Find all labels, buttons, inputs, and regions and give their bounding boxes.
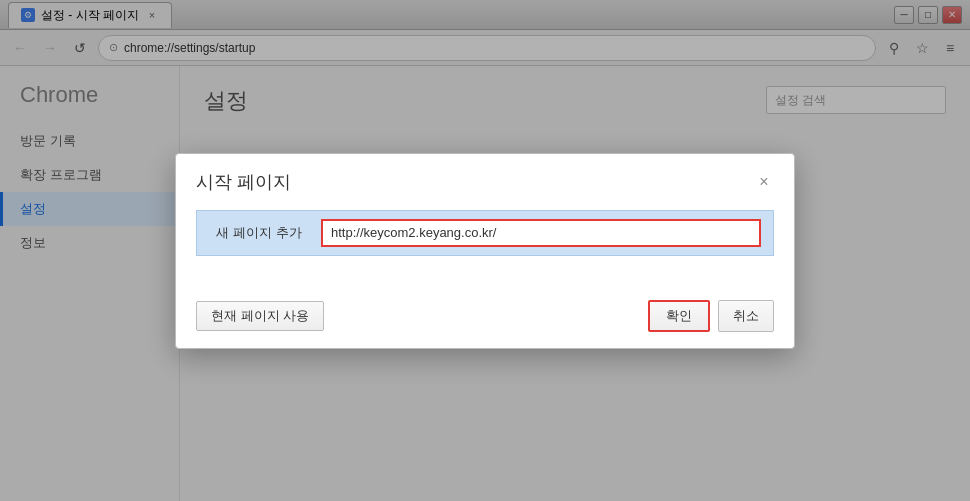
cancel-button[interactable]: 취소 [718,300,774,332]
confirm-button[interactable]: 확인 [648,300,710,332]
new-page-label: 새 페이지 추가 [209,224,309,242]
dialog-header: 시작 페이지 × [176,154,794,202]
dialog-footer-right: 확인 취소 [648,300,774,332]
overlay: 시작 페이지 × 새 페이지 추가 현재 페이지 사용 확인 취소 [0,0,970,501]
url-input-field[interactable] [321,219,761,247]
use-current-button[interactable]: 현재 페이지 사용 [196,301,324,331]
new-page-row: 새 페이지 추가 [196,210,774,256]
dialog-close-button[interactable]: × [754,172,774,192]
dialog-title: 시작 페이지 [196,170,291,194]
dialog-body: 새 페이지 추가 [176,202,794,288]
dialog-footer: 현재 페이지 사용 확인 취소 [176,288,794,348]
startup-dialog: 시작 페이지 × 새 페이지 추가 현재 페이지 사용 확인 취소 [175,153,795,349]
